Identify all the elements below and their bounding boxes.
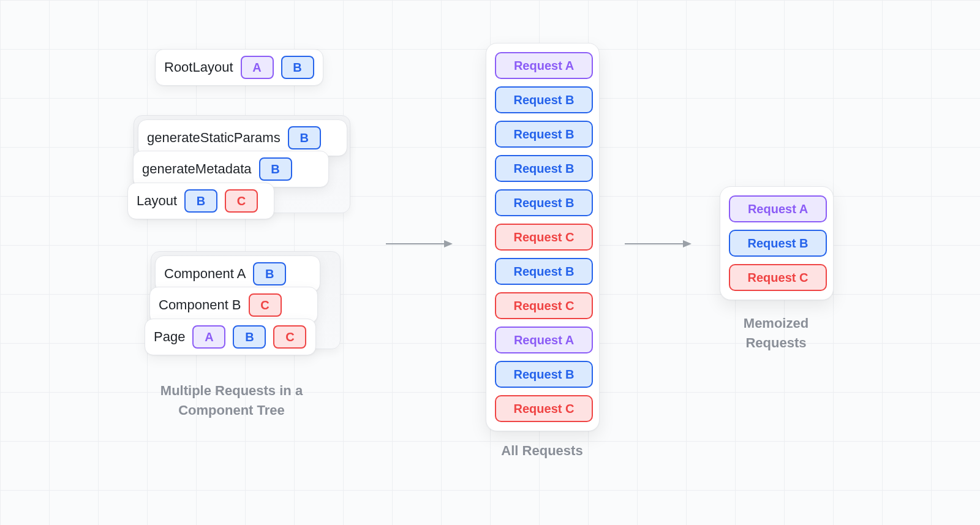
all-request-item-4: Request B — [495, 189, 593, 216]
memoized-request-item-2: Request C — [729, 264, 827, 291]
badge-a: A — [241, 56, 274, 79]
badge-c: C — [273, 325, 306, 349]
tree-g2-label-2: Layout — [137, 193, 177, 209]
svg-marker-3 — [683, 240, 692, 247]
tree-g3-label-0: Component A — [164, 266, 246, 282]
all-request-item-0: Request A — [495, 52, 593, 79]
tree-root-card: RootLayout A B — [155, 49, 323, 86]
badge-c: C — [249, 293, 282, 317]
tree-g3-label-1: Component B — [159, 297, 241, 313]
caption-all: All Requests — [486, 441, 598, 461]
all-request-item-3: Request B — [495, 155, 593, 182]
all-request-item-2: Request B — [495, 121, 593, 148]
all-request-item-1: Request B — [495, 86, 593, 113]
badge-b: B — [259, 157, 292, 181]
svg-marker-1 — [444, 240, 453, 247]
memoized-request-item-1: Request B — [729, 230, 827, 257]
all-requests-column: Request ARequest BRequest BRequest BRequ… — [486, 43, 600, 431]
tree-g2-label-0: generateStaticParams — [147, 130, 281, 146]
badge-b: B — [184, 189, 217, 213]
badge-c: C — [225, 189, 258, 213]
all-request-item-6: Request B — [495, 258, 593, 285]
all-request-item-8: Request A — [495, 327, 593, 353]
memoized-request-item-0: Request A — [729, 195, 827, 222]
all-request-item-9: Request B — [495, 361, 593, 388]
caption-tree: Multiple Requests in a Component Tree — [130, 381, 333, 420]
badge-b: B — [253, 262, 286, 285]
caption-memoized: Memoized Requests — [720, 314, 832, 353]
tree-g2-item-2: Layout B C — [127, 183, 274, 219]
tree-root-label: RootLayout — [164, 59, 233, 75]
all-request-item-5: Request C — [495, 224, 593, 251]
badge-b: B — [281, 56, 314, 79]
all-request-item-7: Request C — [495, 292, 593, 319]
diagram-stage: RootLayout A B generateStaticParams B ge… — [0, 0, 980, 525]
tree-g2-label-1: generateMetadata — [142, 161, 252, 177]
all-request-item-10: Request C — [495, 395, 593, 422]
arrow-icon — [383, 232, 456, 256]
badge-b: B — [288, 126, 321, 149]
tree-g3-label-2: Page — [154, 329, 185, 345]
tree-g2-item-1: generateMetadata B — [133, 151, 329, 187]
tree-g3-item-2: Page A B C — [145, 319, 316, 355]
tree-g3-item-1: Component B C — [149, 287, 318, 323]
badge-b: B — [233, 325, 266, 349]
badge-a: A — [192, 325, 225, 349]
memoized-column: Request ARequest BRequest C — [720, 186, 834, 300]
arrow-icon — [622, 232, 695, 256]
